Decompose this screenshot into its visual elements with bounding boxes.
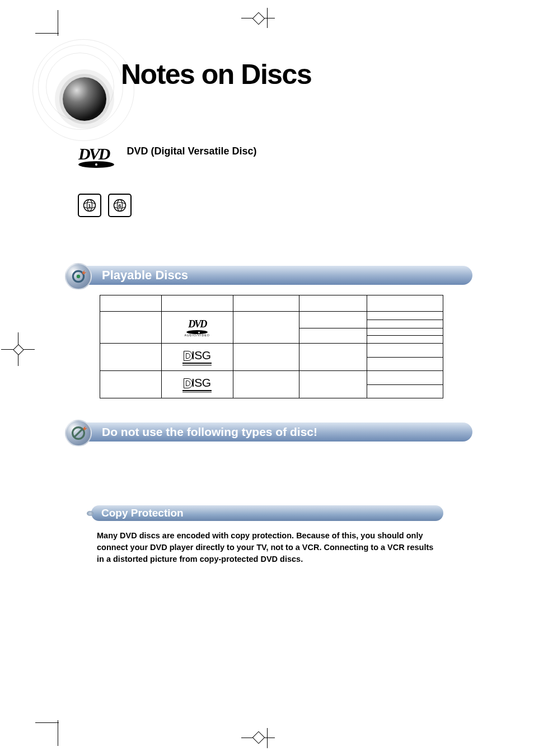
section-title: Copy Protection xyxy=(101,507,184,519)
svg-text:6: 6 xyxy=(118,203,121,209)
table-row: ISG xyxy=(100,371,443,398)
dvd-audio-video-logo-icon: DVD AUDIO/VIDEO xyxy=(162,312,233,344)
target-icon xyxy=(65,263,92,290)
table-row: ISG xyxy=(100,344,443,371)
dvd-heading: DVD DVD (Digital Versatile Disc) xyxy=(78,144,257,168)
speaker-swirl-graphic xyxy=(32,39,131,138)
dvd-heading-label: DVD (Digital Versatile Disc) xyxy=(127,145,256,157)
prohibited-icon xyxy=(65,420,92,447)
section-do-not-use: Do not use the following types of disc! xyxy=(71,422,472,442)
playable-discs-table: DVD AUDIO/VIDEO ISG xyxy=(100,295,443,398)
section-copy-protection: Copy Protection xyxy=(91,505,443,521)
dvd-logo-icon: DVD xyxy=(78,144,114,168)
section-playable-discs: Playable Discs xyxy=(71,266,472,285)
crop-mark xyxy=(58,720,58,746)
region-globe-1-icon: 1 xyxy=(78,194,101,217)
svg-text:1: 1 xyxy=(88,203,91,209)
table-row: DVD AUDIO/VIDEO xyxy=(100,312,443,328)
section-title: Do not use the following types of disc! xyxy=(102,425,317,438)
region-globe-6-icon: 6 xyxy=(108,194,132,217)
crop-mark xyxy=(267,728,268,748)
crop-mark xyxy=(35,722,59,723)
crop-mark xyxy=(35,33,59,34)
table-header-row xyxy=(100,295,443,312)
crop-mark xyxy=(252,731,265,744)
section-title: Playable Discs xyxy=(102,268,188,282)
manual-page: Notes on Discs DVD DVD (Digital Versatil… xyxy=(0,0,534,756)
dvd-logo-text: DVD xyxy=(78,144,114,163)
crop-mark xyxy=(58,10,58,36)
page-title: Notes on Discs xyxy=(121,58,311,91)
svg-line-9 xyxy=(74,429,82,437)
crop-mark xyxy=(252,12,265,25)
svg-point-7 xyxy=(77,275,80,278)
compact-disc-logo-icon: ISG xyxy=(162,344,233,371)
region-code-icons: 1 6 xyxy=(78,194,132,217)
copy-protection-body: Many DVD discs are encoded with copy pro… xyxy=(97,530,440,565)
compact-disc-logo-icon: ISG xyxy=(162,371,233,398)
